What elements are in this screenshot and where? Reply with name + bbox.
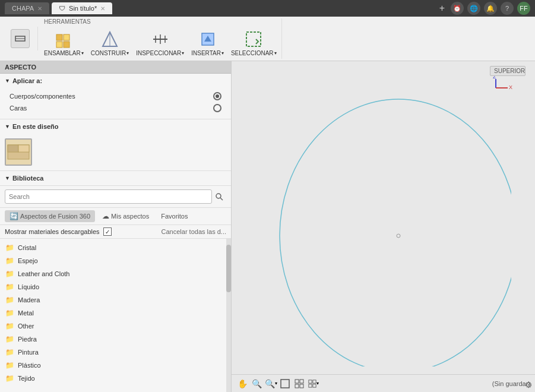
chapa-icon (14, 33, 26, 45)
radio-faces[interactable] (213, 104, 221, 112)
download-label: Mostrar materiales descargables (5, 228, 100, 235)
list-item[interactable]: 📁 Espejo (0, 254, 231, 267)
grid-dropdown-button[interactable]: ▾ (308, 378, 319, 390)
insertar-icon (198, 30, 217, 49)
list-item[interactable]: 📁 Metal (0, 306, 231, 320)
insertar-button[interactable]: INSERTAR ▾ (189, 27, 226, 59)
library-header[interactable]: ▼ Biblioteca (0, 171, 231, 186)
list-item[interactable]: 📁 Líquido (0, 280, 231, 293)
tab-chapa[interactable]: CHAPA ✕ (5, 2, 49, 14)
search-input[interactable] (5, 189, 212, 204)
radio-bodies[interactable] (213, 92, 221, 100)
apply-section-header[interactable]: ▼ Aplicar a: (0, 74, 231, 88)
svg-rect-16 (8, 145, 18, 152)
svg-rect-17 (18, 145, 29, 152)
tab-fusion360[interactable]: 🔄 Aspectos de Fusion 360 (5, 210, 95, 222)
ensamblar-icon (54, 30, 73, 49)
construir-button[interactable]: CONSTRUIR ▾ (88, 27, 131, 59)
material-name: Leather and Cloth (18, 270, 69, 277)
toolbar: HERRAMIENTAS ENSAMBLAR ▾ (0, 17, 535, 61)
help-icon-btn[interactable]: ? (501, 2, 514, 15)
ensamblar-label: ENSAMBLAR ▾ (44, 50, 84, 56)
material-thumbnail[interactable] (5, 138, 32, 166)
folder-icon: 📁 (5, 321, 14, 331)
svg-rect-30 (300, 384, 303, 388)
view-mode-button[interactable] (279, 378, 291, 390)
list-item[interactable]: 📁 Other (0, 320, 231, 333)
material-name: Líquido (18, 283, 39, 290)
grid-button[interactable] (293, 378, 305, 390)
settings-icon[interactable]: ⚙ (525, 380, 533, 390)
list-item[interactable]: 📁 Leather and Cloth (0, 267, 231, 280)
inspeccionar-icon (151, 30, 170, 49)
svg-rect-28 (300, 380, 303, 383)
clock-icon-btn[interactable]: ⏰ (451, 2, 464, 15)
svg-line-19 (220, 198, 223, 200)
canvas-area[interactable]: SUPERIOR Z X ✋ 🔍 🔍▾ (232, 61, 535, 392)
material-name: Tejido (18, 375, 35, 382)
folder-icon: 📁 (5, 243, 14, 252)
user-avatar[interactable]: FF (517, 2, 530, 15)
herramientas-label: HERRAMIENTAS (42, 18, 91, 25)
list-item[interactable]: 📁 Cristal (0, 241, 231, 254)
checkmark-icon: ✓ (105, 229, 110, 235)
inspeccionar-label: INSPECCIONAR ▾ (136, 50, 184, 56)
tab-sintitulo-label: Sin título* (69, 5, 97, 12)
globe-icon-btn[interactable]: 🌐 (467, 2, 480, 15)
library-section: ▼ Biblioteca 🔄 Aspectos de Fusion 360 (0, 171, 231, 392)
design-thumbnails (0, 134, 231, 170)
seleccionar-button[interactable]: SELECCIONAR ▾ (229, 27, 279, 59)
design-section-header[interactable]: ▼ En este diseño (0, 119, 231, 134)
folder-icon: 📁 (5, 347, 14, 357)
viewport[interactable] (238, 73, 529, 368)
search-bar (0, 186, 231, 208)
shield-icon: 🛡 (59, 5, 65, 12)
list-item[interactable]: 📁 Tejido (0, 372, 231, 385)
construir-icon (100, 30, 119, 49)
tab-chapa-close[interactable]: ✕ (37, 5, 42, 12)
svg-rect-26 (281, 380, 289, 388)
chapa-button[interactable] (11, 29, 30, 48)
toolbar-buttons-row: ENSAMBLAR ▾ CONSTRUIR ▾ (42, 27, 279, 59)
search-button[interactable] (212, 189, 226, 204)
panel-header: ASPECTO (0, 61, 231, 74)
list-item[interactable]: 📁 Madera (0, 293, 231, 306)
list-item[interactable]: 📁 Pintura (0, 346, 231, 359)
pan-tool-button[interactable]: ✋ (236, 378, 248, 390)
canvas-bottom-bar: ✋ 🔍 🔍▾ ▾ (Sin guardar) ⚙ (232, 374, 535, 392)
bell-icon-btn[interactable]: 🔔 (484, 2, 497, 15)
material-name: Madera (18, 296, 40, 304)
tab-sintitulo[interactable]: 🛡 Sin título* ✕ (52, 2, 112, 14)
material-name: Cristal (18, 244, 36, 251)
list-item[interactable]: 📁 Piedra (0, 333, 231, 346)
scrollbar-thumb[interactable] (226, 245, 231, 292)
main-area: ASPECTO ▼ Aplicar a: Cuerpos/componentes… (0, 61, 535, 392)
library-triangle-icon: ▼ (5, 175, 10, 181)
tab-mis-aspectos[interactable]: ☁ Mis aspectos (97, 210, 154, 222)
list-item[interactable]: 📁 Plástico (0, 359, 231, 372)
download-checkbox[interactable]: ✓ (103, 227, 112, 236)
tab-sintitulo-close[interactable]: ✕ (100, 5, 105, 12)
design-section: ▼ En este diseño (0, 119, 231, 171)
zoom-button[interactable]: 🔍 (251, 378, 262, 390)
folder-icon: 📁 (5, 361, 14, 370)
ensamblar-button[interactable]: ENSAMBLAR ▾ (42, 27, 86, 59)
zoom-dropdown-button[interactable]: 🔍▾ (265, 378, 277, 390)
folder-icon: 📁 (5, 374, 14, 383)
radio-row-faces: Caras (10, 102, 221, 114)
svg-rect-3 (64, 34, 69, 40)
material-name: Pintura (18, 349, 39, 356)
material-name: Other (18, 323, 34, 330)
radio-row-bodies: Cuerpos/componentes (10, 90, 221, 102)
design-triangle-icon: ▼ (5, 124, 10, 129)
download-row: Mostrar materiales descargables ✓ Cancel… (0, 225, 231, 239)
svg-point-25 (397, 234, 400, 238)
material-thumb-icon (7, 140, 30, 164)
cancel-downloads-link[interactable]: Cancelar todas las d... (162, 228, 226, 235)
svg-rect-27 (295, 380, 299, 383)
cloud-icon: ☁ (102, 212, 109, 220)
new-tab-button[interactable]: + (439, 3, 445, 14)
folder-icon: 📁 (5, 334, 14, 344)
tab-favoritos[interactable]: Favoritos (156, 211, 192, 222)
inspeccionar-button[interactable]: INSPECCIONAR ▾ (134, 27, 186, 59)
